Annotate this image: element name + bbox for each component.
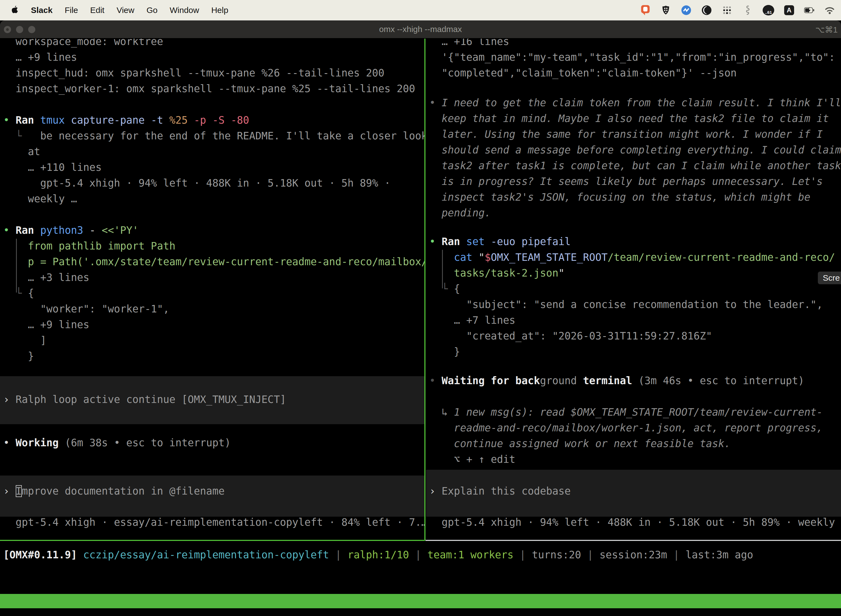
prompt-input-left[interactable]: › Improve documentation in @filename <box>0 475 424 517</box>
pane-bottom-border-inactive <box>425 540 841 541</box>
menu-go[interactable]: Go <box>147 6 158 15</box>
tooltip: Scre <box>818 271 841 284</box>
inject-banner-line: › Ralph loop active continue [OMX_TMUX_I… <box>0 392 424 407</box>
right-pane-model-status: gpt-5.4 xhigh · 94% left · 488K in · 5.1… <box>426 515 841 530</box>
working-status-line: • Working (6m 38s • esc to interrupt) <box>0 435 424 451</box>
moon-app-icon[interactable] <box>701 5 712 15</box>
dots-grid-icon[interactable] <box>722 5 732 15</box>
menu-view[interactable]: View <box>116 6 134 15</box>
menu-bar: Slack File Edit View Go Window Help <box>0 0 841 21</box>
wifi-icon[interactable] <box>825 5 835 15</box>
menu-file[interactable]: File <box>64 6 78 15</box>
omx-status-line: [OMX#0.11.9] cczip/essay/ai-reimplementa… <box>0 547 841 563</box>
right-pane-log-top: … +16 lines '{"team_name":"my-team","tas… <box>426 39 841 81</box>
prompt-input-right-text: › Explain this codebase <box>426 483 841 499</box>
left-pane: workspace_mode: worktree … +9 lines insp… <box>0 39 424 540</box>
left-pane-log: workspace_mode: worktree … +9 lines insp… <box>0 39 424 364</box>
menu-items: Slack File Edit View Go Window Help <box>0 6 228 15</box>
inject-banner: › Ralph loop active continue [OMX_TMUX_I… <box>0 376 424 424</box>
stats-badge-icon[interactable] <box>681 5 692 15</box>
menu-edit[interactable]: Edit <box>90 6 105 15</box>
pane-bottom-border-active <box>0 540 425 541</box>
window-minimize-button[interactable] <box>16 26 23 33</box>
window-zoom-button[interactable] <box>28 26 35 33</box>
window-titlebar: omx --xhigh --madmax ⌥⌘1 <box>0 21 841 39</box>
prompt-input-right[interactable]: › Explain this codebase <box>426 470 841 517</box>
shield-grid-icon[interactable] <box>661 5 671 15</box>
pane-divider[interactable] <box>424 39 425 540</box>
tmux-session-label: [omx-cczip0:bash* <box>1 608 105 616</box>
prompt-input-left-text: › Improve documentation in @filename <box>0 483 424 499</box>
menu-status-icons: ..61 A <box>640 5 841 15</box>
window-shortcut-hint: ⌥⌘1 <box>815 21 838 39</box>
window-title: omx --xhigh --madmax <box>379 25 462 34</box>
squiggle-icon[interactable] <box>742 5 753 15</box>
usage-badge-icon[interactable]: ..61 <box>763 5 774 15</box>
chat-app-icon[interactable] <box>640 5 651 15</box>
ran-command-block: • Ran set -euo pipefail cat "$OMX_TEAM_S… <box>426 234 841 359</box>
tree-guide-line <box>16 239 17 293</box>
menu-window[interactable]: Window <box>170 6 199 15</box>
tmux-status-bar: [omx-cczip0:bash* "MacBook-Pro-44.local"… <box>0 594 841 608</box>
menu-help[interactable]: Help <box>211 6 229 15</box>
screen: { "colors": { "menubar_bg": "#edece3", "… <box>0 0 841 616</box>
right-pane: … +16 lines '{"team_name":"my-team","tas… <box>426 39 841 540</box>
window-close-button[interactable] <box>4 26 11 33</box>
waiting-status-block: • Waiting for background terminal (3m 46… <box>426 373 841 467</box>
keyboard-layout-icon[interactable]: A <box>784 5 794 15</box>
apple-icon[interactable] <box>10 6 19 15</box>
thinking-block: • I need to get the claim token from the… <box>426 95 841 221</box>
left-pane-model-status: gpt-5.4 xhigh · essay/ai-reimplementatio… <box>0 515 424 530</box>
battery-charging-icon[interactable] <box>804 5 815 15</box>
menu-slack[interactable]: Slack <box>31 6 53 15</box>
